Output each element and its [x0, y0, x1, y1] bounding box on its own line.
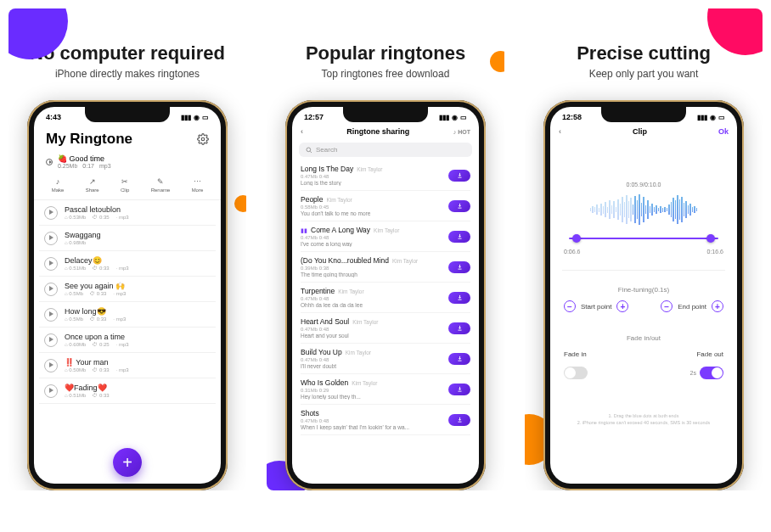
status-time: 12:58	[562, 113, 582, 121]
nav-title: Clip	[633, 127, 647, 136]
download-button[interactable]	[448, 353, 470, 365]
start-minus-button[interactable]: −	[564, 300, 576, 312]
ringtone-size: ⌂ 0.50Mb	[65, 367, 86, 372]
play-icon[interactable]	[44, 283, 58, 296]
song-row[interactable]: Shots0.47Mb 0:48When I keep sayin' that …	[301, 405, 470, 435]
ringtone-row[interactable]: Pascal letoublon⌂ 0.53Mb⏱ 0:35· mp3	[39, 200, 216, 226]
download-button[interactable]	[448, 200, 470, 212]
song-row[interactable]: (Do You Kno...roubled MindKim Taylor0.39…	[301, 252, 470, 283]
panel-subheading: Top ringtones free download	[267, 68, 504, 80]
phone-notch	[343, 107, 428, 122]
download-button[interactable]	[448, 384, 470, 395]
song-title: Shots	[301, 409, 319, 417]
song-title: Heart And Soul	[301, 317, 349, 326]
download-button[interactable]	[448, 292, 470, 304]
play-icon[interactable]	[44, 206, 58, 220]
song-artist: Kim Taylor	[326, 197, 352, 203]
panel-subheading: iPhone directly makes ringtones	[8, 68, 246, 80]
phone-notch	[601, 107, 686, 122]
play-icon[interactable]	[44, 384, 58, 398]
song-row[interactable]: Long Is The DayKim Taylor0.47Mb 0:48Long…	[301, 160, 470, 191]
ringtone-title: How long😎	[65, 307, 211, 316]
download-button[interactable]	[448, 414, 470, 426]
ringtone-row[interactable]: Delacey😊⌂ 0.51Mb⏱ 0:33· mp3	[39, 251, 216, 277]
back-button[interactable]: ‹	[559, 127, 561, 136]
song-row[interactable]: ▮▮Come A Long WayKim Taylor0.47Mb 0:48I'…	[301, 221, 470, 252]
search-icon	[306, 147, 312, 154]
end-minus-button[interactable]: −	[661, 300, 673, 312]
song-row[interactable]: Heart And SoulKim Taylor0.47Mb 0:48Heart…	[301, 313, 470, 344]
hot-button[interactable]: ♪ HOT	[453, 129, 470, 135]
song-artist: Kim Taylor	[352, 319, 378, 325]
play-icon[interactable]	[44, 232, 58, 245]
now-playing[interactable]: 🍓 Good time 0.25Mb 0:17 mp3	[34, 151, 221, 174]
ringtone-title: Swaggang	[65, 231, 211, 239]
download-button[interactable]	[448, 170, 470, 182]
fine-tuning-label: Fine-tuning(0.1s)	[564, 286, 723, 294]
divider	[562, 270, 725, 271]
ringtone-dur: ⏱ 0:33	[90, 291, 106, 296]
song-meta: 0.47Mb 0:48	[301, 235, 443, 240]
range-slider[interactable]	[569, 232, 718, 245]
ringtone-row[interactable]: Swaggang⌂ 0.98Mb	[39, 226, 216, 251]
tool-clip[interactable]: ✂Clip	[121, 177, 129, 193]
ok-button[interactable]: Ok	[718, 127, 729, 136]
slider-start-handle[interactable]	[572, 234, 581, 243]
song-row[interactable]: Build You UpKim Taylor0.47Mb 0:48I'll ne…	[301, 344, 470, 374]
tool-more[interactable]: ⋯More	[192, 177, 204, 193]
phone-mockup: 12:57 ▮▮▮◉▭ ‹ Ringtone sharing ♪ HOT Sea…	[285, 100, 486, 490]
song-row[interactable]: Who Is GoldenKim Taylor0.31Mb 0:29Hey lo…	[301, 374, 470, 405]
song-row[interactable]: PeopleKim Taylor0.58Mb 0:45You don't tal…	[301, 191, 470, 221]
ringtone-fmt: · mp3	[116, 215, 129, 220]
ringtone-fmt: · mp3	[116, 342, 129, 347]
download-button[interactable]	[448, 231, 470, 243]
song-desc: The time going through	[301, 272, 443, 277]
play-icon[interactable]	[44, 257, 58, 271]
ringtone-title: See you again 🙌	[65, 282, 211, 290]
add-button[interactable]: +	[113, 448, 142, 477]
download-button[interactable]	[448, 261, 470, 273]
song-meta: 0.47Mb 0:48	[301, 357, 443, 362]
np-fmt: mp3	[99, 163, 111, 169]
play-icon[interactable]	[44, 308, 58, 322]
song-meta: 0.47Mb 0:48	[301, 327, 443, 332]
ringtone-dur: ⏱ 0:33	[93, 266, 109, 271]
status-icons: ▮▮▮◉▭	[439, 114, 467, 121]
song-meta: 0.47Mb 0:48	[301, 418, 443, 423]
ringtone-title: Once upon a time	[65, 333, 211, 341]
back-button[interactable]: ‹	[301, 127, 303, 136]
ringtone-fmt: · mp3	[113, 291, 126, 296]
search-input[interactable]: Search	[299, 143, 472, 157]
ringtone-row[interactable]: ‼️ Your man⌂ 0.50Mb⏱ 0:33· mp3	[39, 353, 216, 378]
fade-in-label: Fade in	[564, 350, 587, 358]
song-row[interactable]: TurpentineKim Taylor0.47Mb 0:48Ohhh da l…	[301, 283, 470, 313]
song-artist: Kim Taylor	[338, 288, 363, 294]
ringtone-fmt: · mp3	[116, 266, 129, 271]
play-icon	[46, 159, 53, 165]
ringtone-row[interactable]: See you again 🙌⌂ 0.5Mb⏱ 0:33· mp3	[39, 277, 216, 302]
tool-rename[interactable]: ✎Rename	[151, 177, 171, 193]
tool-make[interactable]: ♪Make	[52, 177, 65, 193]
ringtone-row[interactable]: How long😎⌂ 0.5Mb⏱ 0:33· mp3	[39, 302, 216, 328]
ringtone-dur: ⏱ 0:25	[93, 342, 109, 347]
download-button[interactable]	[448, 322, 470, 334]
status-icons: ▮▮▮◉▭	[181, 114, 209, 121]
ringtone-row[interactable]: ❤️Fading❤️⌂ 0.51Mb⏱ 0:33	[39, 378, 216, 404]
song-desc: I've come a long way	[301, 241, 443, 247]
play-icon[interactable]	[44, 359, 58, 372]
ringtone-title: Delacey😊	[65, 256, 211, 265]
ringtone-row[interactable]: Once upon a time⌂ 0.60Mb⏱ 0:25· mp3	[39, 328, 216, 353]
slider-end-handle[interactable]	[706, 234, 715, 243]
start-plus-button[interactable]: +	[616, 300, 628, 312]
fade-out-label: Fade out	[696, 350, 723, 358]
fade-out-toggle[interactable]	[700, 367, 723, 379]
tool-share[interactable]: ↗Share	[86, 177, 99, 193]
decor-blob	[234, 195, 246, 212]
fade-in-toggle[interactable]	[564, 367, 588, 379]
waveform[interactable]	[564, 193, 723, 227]
gear-icon[interactable]	[197, 133, 209, 145]
end-plus-button[interactable]: +	[712, 300, 723, 312]
ringtone-dur: ⏱ 0:33	[93, 393, 109, 398]
ringtone-size: ⌂ 0.5Mb	[65, 291, 83, 296]
play-icon[interactable]	[44, 333, 58, 347]
